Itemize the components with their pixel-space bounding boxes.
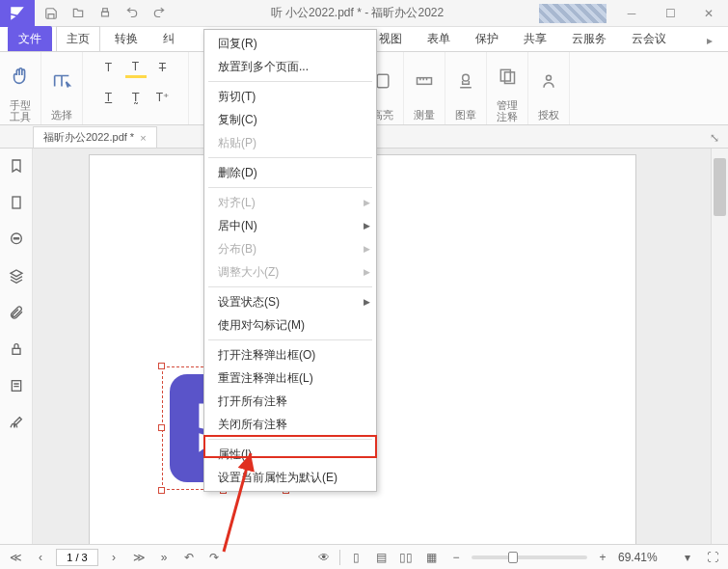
ctx-properties[interactable]: 属性(I)... — [204, 443, 376, 466]
tab-protect[interactable]: 保护 — [465, 26, 509, 51]
tab-convert[interactable]: 转换 — [104, 26, 148, 51]
manage-comments-icon[interactable] — [493, 62, 522, 91]
group-manage-comments: 管理 注释 — [487, 52, 528, 124]
ctx-separator — [208, 157, 372, 158]
tab-meeting[interactable]: 云会议 — [621, 26, 677, 51]
highlight-tool-icon[interactable]: T — [125, 57, 147, 78]
window-controls: ─ ☐ ✕ — [612, 0, 728, 27]
ctx-cut[interactable]: 剪切(T) — [204, 85, 376, 108]
strikethrough-icon[interactable]: T — [152, 57, 174, 78]
svg-point-7 — [547, 75, 552, 80]
stamp-label: 图章 — [455, 108, 476, 122]
signatures-icon[interactable] — [7, 413, 26, 432]
ctx-open-all[interactable]: 打开所有注释 — [204, 390, 376, 413]
ctx-set-default[interactable]: 设置当前属性为默认(E) — [204, 466, 376, 489]
bookmarks-icon[interactable] — [7, 156, 26, 176]
tab-edit-cut[interactable]: 纠 — [152, 26, 185, 51]
ctx-paste: 粘贴(P) — [204, 131, 376, 154]
underline-icon[interactable]: T — [98, 87, 120, 108]
group-text-tools: T T T T T̰ T⁺ — [83, 52, 189, 124]
zoom-out-icon[interactable]: − — [446, 548, 466, 567]
close-button[interactable]: ✕ — [689, 0, 728, 27]
document-tab[interactable]: 福昕办公2022.pdf * × — [33, 126, 157, 148]
hand-tool-label: 手型 工具 — [10, 99, 31, 122]
ctx-set-status[interactable]: 设置状态(S) — [204, 290, 376, 313]
group-stamp: 图章 — [445, 52, 487, 124]
ctx-reply[interactable]: 回复(R) — [204, 32, 376, 55]
replace-text-icon[interactable]: T⁺ — [152, 87, 174, 108]
minimize-button[interactable]: ─ — [612, 0, 651, 27]
next-page-icon[interactable]: › — [104, 548, 123, 567]
ctx-resize: 调整大小(Z) — [204, 260, 376, 284]
stamp-icon[interactable] — [451, 67, 480, 95]
svg-rect-13 — [13, 348, 20, 354]
page-number-input[interactable] — [56, 549, 98, 566]
ctx-center[interactable]: 居中(N) — [204, 214, 376, 237]
ctx-delete[interactable]: 删除(D) — [204, 161, 376, 184]
read-mode-icon[interactable]: 👁 — [314, 548, 334, 567]
prev-page-icon[interactable]: ‹ — [31, 548, 50, 567]
squiggly-icon[interactable]: T̰ — [125, 87, 147, 108]
close-tab-icon[interactable]: × — [140, 132, 146, 144]
facing-icon[interactable]: ▯▯ — [396, 548, 416, 567]
fullscreen-icon[interactable]: ⛶ — [703, 548, 722, 567]
text-tool-icon[interactable]: T — [98, 57, 120, 78]
ctx-separator — [208, 187, 372, 188]
resize-handle-ml[interactable] — [158, 424, 165, 431]
pages-icon[interactable] — [7, 193, 26, 212]
tab-file[interactable]: 文件 — [8, 26, 52, 51]
zoom-slider[interactable] — [472, 555, 587, 559]
select-text-icon[interactable] — [47, 67, 76, 95]
ctx-place-on-pages[interactable]: 放置到多个页面... — [204, 55, 376, 78]
comments-icon[interactable] — [7, 230, 26, 249]
attachments-icon[interactable] — [7, 303, 26, 322]
resize-handle-bl[interactable] — [158, 487, 165, 494]
print-icon[interactable] — [94, 3, 116, 24]
authorize-icon[interactable] — [534, 67, 563, 95]
ctx-use-checkmark[interactable]: 使用对勾标记(M) — [204, 313, 376, 337]
layers-icon[interactable] — [7, 266, 26, 285]
single-page-icon[interactable]: ▯ — [346, 548, 365, 567]
rotate-ccw-icon[interactable]: ↶ — [179, 548, 199, 567]
collapse-panel-icon[interactable]: ⤡ — [705, 128, 724, 148]
context-menu: 回复(R) 放置到多个页面... 剪切(T) 复制(C) 粘贴(P) 删除(D)… — [203, 29, 377, 492]
overflow-icon[interactable]: ▸ — [699, 30, 720, 51]
hand-tool-icon[interactable] — [6, 62, 35, 91]
save-icon[interactable] — [40, 3, 62, 24]
status-bar: ≪ ‹ › ≫ » ↶ ↷ 👁 ▯ ▤ ▯▯ ▦ − + 69.41% ▾ ⛶ — [0, 544, 728, 569]
zoom-slider-knob[interactable] — [508, 552, 518, 563]
zoom-in-icon[interactable]: + — [593, 548, 612, 567]
zoom-dropdown-icon[interactable]: ▾ — [678, 548, 697, 567]
security-icon[interactable] — [7, 339, 26, 359]
tab-cloud[interactable]: 云服务 — [561, 26, 617, 51]
measure-icon[interactable] — [410, 67, 439, 95]
first-page-icon[interactable]: ≪ — [6, 548, 25, 567]
ctx-reset-popup[interactable]: 重置注释弹出框(L) — [204, 366, 376, 390]
manage-comments-label: 管理 注释 — [497, 99, 518, 122]
user-area-blurred — [539, 4, 607, 23]
continuous-icon[interactable]: ▤ — [371, 548, 391, 567]
svg-point-4 — [463, 74, 470, 81]
tab-home[interactable]: 主页 — [56, 26, 100, 51]
undo-icon[interactable] — [121, 3, 143, 24]
maximize-button[interactable]: ☐ — [651, 0, 689, 27]
open-icon[interactable] — [67, 3, 89, 24]
last-page-icon[interactable]: ≫ — [129, 548, 148, 567]
form-fields-icon[interactable] — [7, 376, 26, 395]
continuous-facing-icon[interactable]: ▦ — [421, 548, 441, 567]
ctx-separator — [208, 286, 372, 287]
redo-icon[interactable] — [148, 3, 170, 24]
ctx-open-popup[interactable]: 打开注释弹出框(O) — [204, 343, 376, 366]
tab-form[interactable]: 表单 — [417, 26, 461, 51]
resize-handle-tl[interactable] — [158, 363, 165, 369]
tab-share[interactable]: 共享 — [513, 26, 557, 51]
ctx-copy[interactable]: 复制(C) — [204, 108, 376, 131]
vertical-scrollbar[interactable] — [711, 149, 728, 544]
app-logo[interactable] — [0, 0, 35, 27]
ctx-close-all[interactable]: 关闭所有注释 — [204, 413, 376, 436]
zoom-value[interactable]: 69.41% — [618, 551, 672, 564]
ctx-distribute: 分布(B) — [204, 237, 376, 260]
rotate-cw-icon[interactable]: ↷ — [204, 548, 224, 567]
scrollbar-thumb[interactable] — [714, 158, 726, 216]
nav-more-icon[interactable]: » — [154, 548, 174, 567]
